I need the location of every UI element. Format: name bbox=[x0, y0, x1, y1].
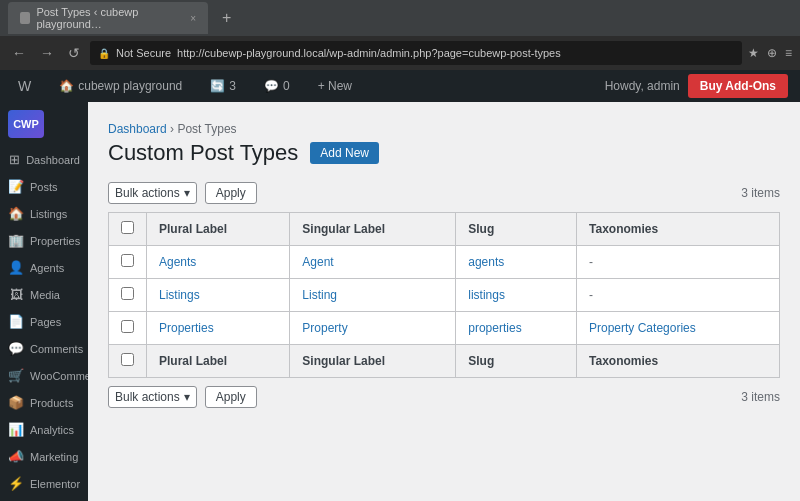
sidebar-item-templates[interactable]: 📋 Templates bbox=[0, 497, 88, 501]
buy-addons-button[interactable]: Buy Add-Ons bbox=[688, 74, 788, 98]
site-name-label: cubewp playground bbox=[78, 79, 182, 93]
sidebar-label-comments: Comments bbox=[30, 343, 83, 355]
bulk-actions-label-top: Bulk actions bbox=[115, 186, 180, 200]
sidebar-item-elementor[interactable]: ⚡ Elementor bbox=[0, 470, 88, 497]
plural-label-link-1[interactable]: Listings bbox=[159, 288, 200, 302]
address-bar[interactable]: 🔒 Not Secure http://cubewp-playground.lo… bbox=[90, 41, 742, 65]
taxonomies-header: Taxonomies bbox=[577, 213, 780, 246]
slug-link-1[interactable]: listings bbox=[468, 288, 505, 302]
sidebar-label-woocommerce: WooCommerce bbox=[30, 370, 88, 382]
bulk-actions-select-top[interactable]: Bulk actions ▾ bbox=[108, 182, 197, 204]
updates-item[interactable]: 🔄 3 bbox=[204, 75, 242, 97]
sidebar-item-woocommerce[interactable]: 🛒 WooCommerce bbox=[0, 362, 88, 389]
tab-close-icon[interactable]: × bbox=[190, 13, 196, 24]
singular-label-link-1[interactable]: Listing bbox=[302, 288, 337, 302]
sidebar-item-dashboard[interactable]: ⊞ Dashboard bbox=[0, 146, 88, 173]
browser-chrome: Post Types ‹ cubewp playground… × + bbox=[0, 0, 800, 36]
site-home-icon: 🏠 bbox=[59, 79, 74, 93]
sidebar-item-properties[interactable]: 🏢 Properties bbox=[0, 227, 88, 254]
howdy-label: Howdy, admin bbox=[605, 79, 680, 93]
slug-cell-1: listings bbox=[456, 279, 577, 312]
wp-sidebar: CWP ⊞ Dashboard 📝 Posts 🏠 Listings 🏢 Pro… bbox=[0, 102, 88, 501]
apply-button-top[interactable]: Apply bbox=[205, 182, 257, 204]
singular-label-link-2[interactable]: Property bbox=[302, 321, 347, 335]
sidebar-label-listings: Listings bbox=[30, 208, 67, 220]
sidebar-label-posts: Posts bbox=[30, 181, 58, 193]
taxonomies-footer: Taxonomies bbox=[577, 345, 780, 378]
wp-admin-bar: W 🏠 cubewp playground 🔄 3 💬 0 + New Howd… bbox=[0, 70, 800, 102]
slug-link-2[interactable]: properties bbox=[468, 321, 521, 335]
row-checkbox-1 bbox=[109, 279, 147, 312]
taxonomies-link-2[interactable]: Property Categories bbox=[589, 321, 696, 335]
sidebar-icon-analytics: 📊 bbox=[8, 422, 24, 437]
sidebar-item-analytics[interactable]: 📊 Analytics bbox=[0, 416, 88, 443]
sidebar-item-marketing[interactable]: 📣 Marketing bbox=[0, 443, 88, 470]
taxonomies-cell-2: Property Categories bbox=[577, 312, 780, 345]
browser-tab[interactable]: Post Types ‹ cubewp playground… × bbox=[8, 2, 208, 34]
slug-cell-0: agents bbox=[456, 246, 577, 279]
forward-button[interactable]: → bbox=[36, 43, 58, 63]
sidebar-item-comments[interactable]: 💬 Comments bbox=[0, 335, 88, 362]
updates-icon: 🔄 bbox=[210, 79, 225, 93]
cubewp-logo: CWP bbox=[0, 102, 88, 146]
cubewp-logo-icon: CWP bbox=[8, 110, 44, 138]
tab-favicon bbox=[20, 12, 30, 24]
profile-icon[interactable]: ⊕ bbox=[767, 46, 777, 60]
comments-item[interactable]: 💬 0 bbox=[258, 75, 296, 97]
apply-button-bottom[interactable]: Apply bbox=[205, 386, 257, 408]
sidebar-label-elementor: Elementor bbox=[30, 478, 80, 490]
sidebar-item-listings[interactable]: 🏠 Listings bbox=[0, 200, 88, 227]
breadcrumb-parent[interactable]: Dashboard bbox=[108, 122, 167, 136]
wp-logo-item[interactable]: W bbox=[12, 74, 37, 98]
back-button[interactable]: ← bbox=[8, 43, 30, 63]
checkbox-2[interactable] bbox=[121, 320, 134, 333]
browser-toolbar: ← → ↺ 🔒 Not Secure http://cubewp-playgro… bbox=[0, 36, 800, 70]
page-header: Custom Post Types Add New bbox=[108, 140, 780, 166]
select-all-checkbox-footer[interactable] bbox=[121, 353, 134, 366]
bulk-select-chevron-bottom: ▾ bbox=[184, 390, 190, 404]
sidebar-icon-listings: 🏠 bbox=[8, 206, 24, 221]
taxonomies-cell-1: - bbox=[577, 279, 780, 312]
sidebar-item-products[interactable]: 📦 Products bbox=[0, 389, 88, 416]
lock-icon: 🔒 bbox=[98, 48, 110, 59]
slug-cell-2: properties bbox=[456, 312, 577, 345]
plural-label-link-2[interactable]: Properties bbox=[159, 321, 214, 335]
admin-bar-right: Howdy, admin Buy Add-Ons bbox=[605, 74, 788, 98]
taxonomies-dash-1: - bbox=[589, 288, 593, 302]
bulk-actions-label-bottom: Bulk actions bbox=[115, 390, 180, 404]
updates-count: 3 bbox=[229, 79, 236, 93]
sidebar-icon-properties: 🏢 bbox=[8, 233, 24, 248]
bookmark-icon[interactable]: ★ bbox=[748, 46, 759, 60]
new-label: + New bbox=[318, 79, 352, 93]
new-item[interactable]: + New bbox=[312, 75, 358, 97]
comments-icon: 💬 bbox=[264, 79, 279, 93]
select-all-footer bbox=[109, 345, 147, 378]
sidebar-icon-marketing: 📣 bbox=[8, 449, 24, 464]
sidebar-label-pages: Pages bbox=[30, 316, 61, 328]
site-name-item[interactable]: 🏠 cubewp playground bbox=[53, 75, 188, 97]
slug-link-0[interactable]: agents bbox=[468, 255, 504, 269]
add-new-button[interactable]: Add New bbox=[310, 142, 379, 164]
sidebar-label-marketing: Marketing bbox=[30, 451, 78, 463]
menu-icon[interactable]: ≡ bbox=[785, 46, 792, 60]
items-count-top: 3 items bbox=[741, 186, 780, 200]
table-body: Agents Agent agents - Listings Listing l… bbox=[109, 246, 780, 345]
page-title: Custom Post Types bbox=[108, 140, 298, 166]
sidebar-item-posts[interactable]: 📝 Posts bbox=[0, 173, 88, 200]
checkbox-0[interactable] bbox=[121, 254, 134, 267]
sidebar-item-agents[interactable]: 👤 Agents bbox=[0, 254, 88, 281]
wp-icon: W bbox=[18, 78, 31, 94]
sidebar-item-pages[interactable]: 📄 Pages bbox=[0, 308, 88, 335]
checkbox-1[interactable] bbox=[121, 287, 134, 300]
browser-toolbar-icons: ★ ⊕ ≡ bbox=[748, 46, 792, 60]
new-tab-button[interactable]: + bbox=[216, 9, 237, 27]
singular-label-link-0[interactable]: Agent bbox=[302, 255, 333, 269]
bottom-bulk-actions-bar: Bulk actions ▾ Apply 3 items bbox=[108, 386, 780, 408]
sidebar-item-media[interactable]: 🖼 Media bbox=[0, 281, 88, 308]
select-all-checkbox[interactable] bbox=[121, 221, 134, 234]
plural-label-link-0[interactable]: Agents bbox=[159, 255, 196, 269]
refresh-button[interactable]: ↺ bbox=[64, 43, 84, 63]
plural-label-cell-0: Agents bbox=[147, 246, 290, 279]
sidebar-icon-comments: 💬 bbox=[8, 341, 24, 356]
bulk-actions-select-bottom[interactable]: Bulk actions ▾ bbox=[108, 386, 197, 408]
